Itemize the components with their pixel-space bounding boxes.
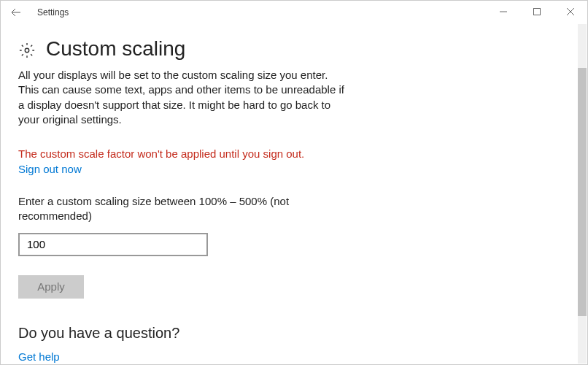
close-button[interactable] — [554, 1, 587, 23]
close-icon — [567, 8, 574, 15]
svg-point-1 — [25, 48, 29, 53]
help-link[interactable]: Get help — [18, 350, 60, 363]
minimize-button[interactable] — [487, 1, 520, 23]
content-area: Custom scaling All your displays will be… — [1, 24, 577, 364]
back-button[interactable] — [1, 1, 31, 24]
question-heading: Do you have a question? — [18, 325, 560, 342]
vertical-scrollbar[interactable] — [578, 24, 587, 364]
maximize-icon — [533, 8, 541, 15]
window-controls — [487, 1, 587, 23]
signout-link[interactable]: Sign out now — [18, 163, 82, 175]
scale-field-label: Enter a custom scaling size between 100%… — [18, 194, 310, 224]
page-title: Custom scaling — [46, 37, 185, 61]
back-arrow-icon — [10, 7, 22, 18]
page-header: Custom scaling — [18, 37, 560, 61]
minimize-icon — [500, 8, 507, 15]
maximize-button[interactable] — [520, 1, 554, 23]
svg-rect-0 — [534, 9, 541, 15]
apply-button[interactable]: Apply — [18, 275, 84, 299]
scrollbar-thumb[interactable] — [578, 68, 587, 316]
scale-input[interactable] — [18, 233, 208, 256]
warning-text: The custom scale factor won't be applied… — [18, 146, 560, 161]
description-text: All your displays will be set to the cus… — [18, 68, 347, 127]
gear-icon — [18, 42, 36, 59]
titlebar: Settings — [1, 1, 587, 24]
window-title: Settings — [37, 7, 69, 18]
